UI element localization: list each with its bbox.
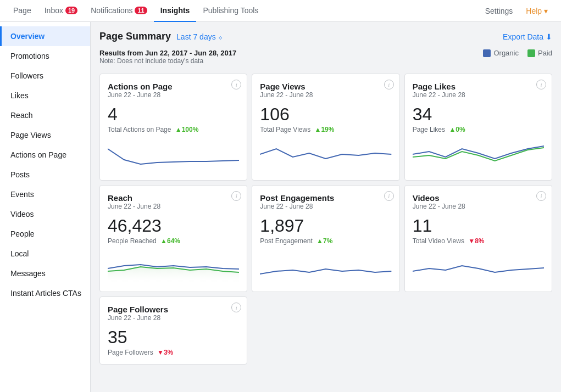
cards-grid-row3: i Page Followers June 22 - June 28 35 Pa… [99,296,552,365]
sidebar-item-page-views[interactable]: Page Views [0,125,90,145]
card-label: Post Engagement ▲7% [260,237,391,245]
card-value: 4 [108,104,239,125]
card-period: June 22 - June 28 [108,91,239,99]
mini-chart-videos [413,249,544,282]
cards-grid-row1: i Actions on Page June 22 - June 28 4 To… [99,74,552,181]
sidebar-item-instant-articles[interactable]: Instant Articles CTAs [0,283,90,303]
nav-item-page[interactable]: Page [7,0,38,22]
legend-paid: Paid [527,49,552,57]
card-title: Post Engagements [260,193,391,203]
card-label: Total Actions on Page ▲100% [108,126,239,133]
nav-item-insights[interactable]: Insights [154,0,197,22]
top-navigation: Page Inbox 19 Notifications 11 Insights … [0,0,561,22]
sidebar-item-local[interactable]: Local [0,244,90,264]
inbox-badge: 19 [65,7,77,14]
sidebar-item-posts[interactable]: Posts [0,165,90,184]
sidebar-item-people[interactable]: People [0,224,90,244]
trend-arrow: ▲7% [316,237,332,245]
sidebar-item-followers[interactable]: Followers [0,66,90,86]
sidebar-item-messages[interactable]: Messages [0,264,90,283]
card-period: June 22 - June 28 [260,203,391,210]
card-info-icon[interactable]: i [384,191,394,201]
card-period: June 22 - June 28 [260,91,391,99]
card-title: Page Views [260,82,391,91]
card-info-icon[interactable]: i [536,80,546,89]
period-selector[interactable]: Last 7 days ⬦ [176,32,223,41]
card-page-views: i Page Views June 22 - June 28 106 Total… [252,74,399,181]
card-period: June 22 - June 28 [413,203,544,210]
date-range-bar: Results from Jun 22, 2017 - Jun 28, 2017… [99,49,552,65]
card-page-followers: i Page Followers June 22 - June 28 35 Pa… [99,296,247,365]
card-label: Total Video Views ▼8% [413,237,544,245]
sidebar-item-promotions[interactable]: Promotions [0,46,90,66]
trend-arrow: ▲64% [160,237,180,245]
sidebar-item-overview[interactable]: Overview [0,26,90,46]
page-summary-title: Page Summary [99,31,171,42]
card-info-icon[interactable]: i [231,191,241,201]
card-period: June 22 - June 28 [108,203,239,210]
notifications-badge: 11 [135,7,147,14]
trend-arrow: ▼8% [468,237,484,245]
card-label: Page Likes ▲0% [413,126,544,133]
card-title: Actions on Page [108,82,239,91]
nav-item-help[interactable]: Help ▾ [519,0,554,22]
card-period: June 22 - June 28 [413,91,544,99]
trend-arrow: ▲19% [315,126,335,133]
trend-arrow: ▲0% [449,126,465,133]
trend-arrow: ▲100% [175,126,199,133]
mini-chart-actions [108,138,239,171]
card-title: Page Likes [413,82,544,91]
card-title: Reach [108,193,239,203]
sidebar-item-actions-on-page[interactable]: Actions on Page [0,145,90,165]
card-value: 106 [260,104,391,125]
card-post-engagements: i Post Engagements June 22 - June 28 1,8… [252,185,399,292]
sidebar-item-videos[interactable]: Videos [0,204,90,224]
card-period: June 22 - June 28 [108,314,239,322]
nav-item-inbox[interactable]: Inbox 19 [38,0,85,22]
nav-item-notifications[interactable]: Notifications 11 [84,0,154,22]
card-value: 34 [413,104,544,125]
export-icon: ⬇ [546,32,552,41]
card-info-icon[interactable]: i [536,191,546,201]
mini-chart-page-likes [413,138,544,171]
sidebar-item-likes[interactable]: Likes [0,86,90,105]
card-info-icon[interactable]: i [231,80,241,89]
nav-item-publishing-tools[interactable]: Publishing Tools [196,0,265,22]
card-label: Page Followers ▼3% [108,349,239,356]
sidebar-item-events[interactable]: Events [0,184,90,204]
card-value: 11 [413,216,544,236]
card-title: Videos [413,193,544,203]
mini-chart-reach [108,249,239,282]
export-data-button[interactable]: Export Data ⬇ [503,32,552,41]
card-label: Total Page Views ▲19% [260,126,391,133]
card-info-icon[interactable]: i [231,303,241,312]
card-videos: i Videos June 22 - June 28 11 Total Vide… [404,185,552,292]
trend-arrow: ▼3% [157,349,173,356]
mini-chart-page-views [260,138,391,171]
date-range-text: Results from Jun 22, 2017 - Jun 28, 2017… [99,49,236,65]
legend: Organic Paid [483,49,552,57]
page-summary-header: Page Summary Last 7 days ⬦ Export Data ⬇ [99,31,552,42]
card-page-likes: i Page Likes June 22 - June 28 34 Page L… [404,74,552,181]
mini-chart-post-engagements [260,249,391,282]
cards-grid-row2: i Reach June 22 - June 28 46,423 People … [99,185,552,292]
card-actions-on-page: i Actions on Page June 22 - June 28 4 To… [99,74,247,181]
card-info-icon[interactable]: i [384,80,394,89]
card-reach: i Reach June 22 - June 28 46,423 People … [99,185,247,292]
sidebar-item-reach[interactable]: Reach [0,105,90,125]
legend-organic: Organic [483,49,519,57]
sidebar: Overview Promotions Followers Likes Reac… [0,22,91,392]
card-value: 35 [108,327,239,348]
card-value: 1,897 [260,216,391,236]
nav-item-settings[interactable]: Settings [479,0,520,22]
main-content: Page Summary Last 7 days ⬦ Export Data ⬇… [91,22,561,392]
card-label: People Reached ▲64% [108,237,239,245]
card-value: 46,423 [108,216,239,236]
card-title: Page Followers [108,305,239,314]
